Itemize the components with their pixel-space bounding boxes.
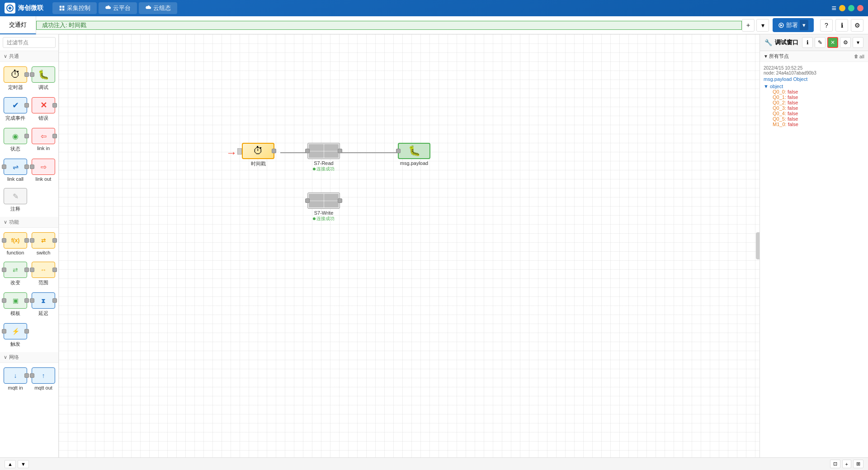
win-maximize-btn[interactable] bbox=[848, 5, 854, 11]
svg-rect-4 bbox=[62, 9, 64, 10]
panel-action-buttons: ℹ ✎ ✕ ⚙ ▾ bbox=[802, 37, 863, 48]
body: ∨共通 ⏱ 定时器 🐛 调试 bbox=[0, 34, 868, 457]
nav-collect[interactable]: 采集控制 bbox=[52, 2, 97, 14]
node-debug-label: 调试 bbox=[38, 84, 48, 91]
sidebar-section-function-label: 功能 bbox=[9, 219, 19, 226]
titlebar: 海创微联 采集控制 云平台 云组态 ≡ bbox=[0, 0, 868, 16]
prop-value: false bbox=[788, 94, 798, 100]
filter-select[interactable]: ▼ 所有节点 bbox=[764, 53, 789, 60]
node-status-label: 状态 bbox=[10, 146, 20, 152]
debug-properties: Q0_0: falseQ0_1: falseQ0_2: falseQ0_3: f… bbox=[764, 89, 864, 127]
nav-cloudui[interactable]: 云组态 bbox=[139, 2, 177, 14]
nav-cloudui-label: 云组态 bbox=[153, 4, 171, 12]
node-mqttout-label: mqtt out bbox=[34, 385, 52, 390]
nav-cloud[interactable]: 云平台 bbox=[99, 2, 137, 14]
debug-node-id: node: 24a4a107abad90b3 bbox=[764, 70, 864, 75]
node-function[interactable]: f(x) function bbox=[2, 230, 29, 258]
nav-cloud-label: 云平台 bbox=[113, 4, 131, 12]
node-change[interactable]: ⇄ 改变 bbox=[2, 259, 29, 289]
search-input[interactable] bbox=[3, 37, 56, 48]
sidebar-section-common[interactable]: ∨共通 bbox=[0, 51, 58, 62]
prop-value: false bbox=[788, 122, 798, 127]
network-nodes: ↓ mqtt in ↑ mqtt out bbox=[0, 363, 58, 395]
node-complete[interactable]: ✔ 完成事件 bbox=[2, 94, 29, 124]
node-timer-label: 定时器 bbox=[8, 84, 23, 91]
panel-edit-btn[interactable]: ✎ bbox=[815, 37, 826, 48]
success-banner: 成功注入: 时间戳 bbox=[36, 21, 742, 30]
win-close-btn[interactable] bbox=[857, 5, 863, 11]
debug-prop-q0_3: Q0_3: false bbox=[768, 105, 864, 111]
node-s7read-status: 连接成功 bbox=[313, 166, 335, 172]
panel-title-text: 调试窗口 bbox=[775, 38, 798, 47]
prop-key: Q0_3: bbox=[773, 105, 786, 111]
panel-clear-btn[interactable]: ✕ bbox=[827, 37, 838, 48]
canvas[interactable]: → ⏱ 时间戳 bbox=[59, 34, 760, 457]
fit-view-btn[interactable]: ⊡ bbox=[830, 460, 840, 468]
node-trigger[interactable]: ⚡ 触发 bbox=[2, 320, 29, 350]
add-flow-btn[interactable]: ＋ bbox=[742, 19, 755, 32]
scroll-handle[interactable] bbox=[756, 232, 760, 259]
function-nodes: f(x) function ⇄ switch ⇄ bbox=[0, 228, 58, 352]
sidebar-section-common-label: 共通 bbox=[9, 53, 19, 60]
sidebar-section-network[interactable]: ∨网络 bbox=[0, 352, 58, 363]
node-s7write-status: 连接成功 bbox=[313, 216, 335, 222]
node-linkin-label: link in bbox=[37, 146, 50, 151]
node-linkin[interactable]: ⇦ link in bbox=[30, 125, 57, 155]
node-error[interactable]: ✕ 错误 bbox=[30, 94, 57, 124]
sidebar-section-network-label: 网络 bbox=[9, 354, 19, 361]
node-msgpayload-label: msg.payload bbox=[400, 160, 428, 166]
node-range-label: 范围 bbox=[38, 279, 48, 286]
debug-prop-q0_5: Q0_5: false bbox=[768, 116, 864, 122]
node-msgpayload[interactable]: 🐛 msg.payload bbox=[398, 143, 430, 166]
panel-info-btn[interactable]: ℹ bbox=[802, 37, 813, 48]
panel-more-btn[interactable]: ▾ bbox=[853, 37, 863, 48]
prop-value: false bbox=[788, 100, 798, 105]
node-delay[interactable]: ⧗ 延迟 bbox=[30, 290, 57, 320]
debug-object-label[interactable]: ▼ object bbox=[764, 84, 864, 89]
node-template[interactable]: ▣ 模板 bbox=[2, 290, 29, 320]
debug-type-label: msg.payload bbox=[764, 76, 792, 82]
win-minimize-btn[interactable] bbox=[839, 5, 845, 11]
panel-settings-btn[interactable]: ⚙ bbox=[840, 37, 851, 48]
node-function-label: function bbox=[7, 250, 24, 255]
flow-tab[interactable]: 交通灯 bbox=[0, 16, 36, 34]
help-btn[interactable]: ? bbox=[820, 19, 833, 32]
node-mqttout[interactable]: ↑ mqtt out bbox=[30, 365, 57, 393]
scroll-up-btn[interactable]: ▲ bbox=[5, 460, 16, 468]
node-switch[interactable]: ⇄ switch bbox=[30, 230, 57, 258]
info-btn[interactable]: ℹ bbox=[835, 19, 848, 32]
success-message: 成功注入: 时间戳 bbox=[42, 21, 86, 29]
node-range[interactable]: ↔ 范围 bbox=[30, 259, 57, 289]
app-name: 海创微联 bbox=[18, 4, 43, 12]
deploy-dropdown-icon[interactable]: ▾ bbox=[800, 20, 808, 30]
node-comment[interactable]: ✎ 注释 bbox=[2, 185, 29, 215]
node-linkcall[interactable]: ⇌ link call bbox=[2, 156, 29, 184]
scroll-down-btn[interactable]: ▼ bbox=[18, 460, 29, 468]
prop-value: false bbox=[788, 105, 798, 111]
node-s7write[interactable]: S7-Write 连接成功 bbox=[307, 193, 340, 222]
node-debug[interactable]: 🐛 调试 bbox=[30, 64, 57, 94]
prop-key: Q0_4: bbox=[773, 111, 786, 116]
injection-arrow: → bbox=[226, 146, 237, 159]
sidebar-section-function[interactable]: ∨功能 bbox=[0, 217, 58, 228]
node-timestamp[interactable]: ⏱ 时间戳 bbox=[242, 143, 274, 167]
settings-btn[interactable]: ⚙ bbox=[851, 19, 863, 32]
sidebar: ∨共通 ⏱ 定时器 🐛 调试 bbox=[0, 34, 59, 457]
node-complete-label: 完成事件 bbox=[5, 115, 25, 122]
filter-label: 所有节点 bbox=[769, 53, 789, 60]
node-mqttin[interactable]: ↓ mqtt in bbox=[2, 365, 29, 393]
node-change-label: 改变 bbox=[10, 279, 20, 286]
bottom-right-actions: ⊡ + ⊞ bbox=[830, 460, 863, 468]
node-linkout[interactable]: ⇨ link out bbox=[30, 156, 57, 184]
node-timer[interactable]: ⏱ 定时器 bbox=[2, 64, 29, 94]
node-status[interactable]: ◉ 状态 bbox=[2, 125, 29, 155]
clear-all-btn[interactable]: 🗑 all bbox=[854, 54, 864, 59]
node-s7read[interactable]: S7-Read 连接成功 bbox=[307, 143, 340, 172]
flow-menu-btn[interactable]: ▾ bbox=[756, 19, 769, 32]
zoom-reset-btn[interactable]: + bbox=[842, 460, 851, 468]
prop-value: false bbox=[788, 89, 798, 94]
zoom-in-btn[interactable]: ⊞ bbox=[853, 460, 863, 468]
win-menu-icon[interactable]: ≡ bbox=[831, 4, 836, 13]
sidebar-search-container bbox=[0, 34, 58, 51]
deploy-button[interactable]: 部署 ▾ bbox=[773, 18, 814, 32]
